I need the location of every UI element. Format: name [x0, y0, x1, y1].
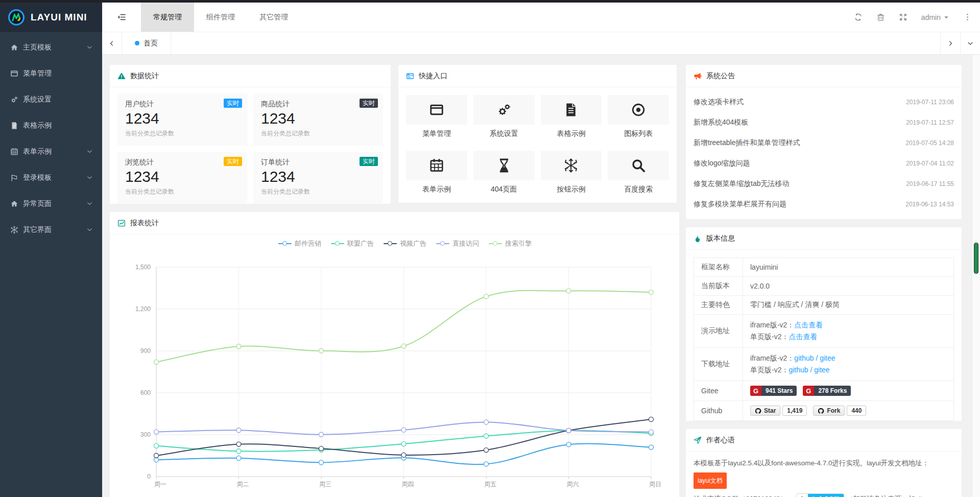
top-nav-tab-2[interactable]: 组件管理	[194, 3, 247, 32]
github-star-button[interactable]: Star	[750, 406, 780, 416]
panel-announcements-header: 系统公告	[686, 65, 962, 87]
page-scrollbar-track[interactable]	[972, 55, 980, 497]
author-note-line2-suffix: （加群请备注来源：如gitee	[846, 495, 930, 497]
tabs-menu-button[interactable]	[960, 32, 980, 54]
announcement-row-1[interactable]: 修改选项卡样式2019-07-11 23:06	[694, 92, 954, 112]
quick-entry-3[interactable]: 表格示例	[541, 95, 602, 138]
stat-card-1[interactable]: 用户统计1234当前分类总记录数实时	[117, 93, 247, 146]
github-fork-button[interactable]: Fork	[813, 406, 845, 416]
chevron-down-icon	[86, 44, 93, 51]
user-menu[interactable]: admin	[921, 13, 949, 21]
legend-item-4[interactable]: 直接访问	[436, 239, 479, 248]
sidebar-item-label: 表单示例	[23, 147, 86, 156]
github-star-count[interactable]: 1,419	[782, 406, 807, 416]
announcement-row-2[interactable]: 新增系统404模板2019-07-11 12:57	[694, 112, 954, 133]
quick-entry-icon-box	[473, 151, 535, 180]
legend-item-1[interactable]: 邮件营销	[278, 239, 321, 248]
stat-card-2[interactable]: 商品统计1234当前分类总记录数实时	[253, 93, 383, 146]
sidebar-item-2[interactable]: 菜单管理	[0, 60, 102, 86]
join-qq-group-button[interactable]: 加入QQ群	[796, 493, 845, 497]
app-logo[interactable]: LAYUI MINI	[0, 0, 102, 32]
legend-item-5[interactable]: 搜索引擎	[489, 239, 532, 248]
version-link[interactable]: 点击查看	[788, 333, 817, 341]
stat-card-label: 商品统计	[261, 100, 375, 109]
version-link[interactable]: gitee	[814, 366, 829, 374]
paper-plane-icon	[694, 436, 702, 444]
quick-entry-7[interactable]: 按钮示例	[541, 151, 602, 194]
quick-entry-5[interactable]: 表单示例	[406, 151, 467, 194]
quick-entry-1[interactable]: 菜单管理	[406, 95, 467, 138]
clear-cache-trash-icon[interactable]	[876, 13, 885, 21]
announcement-list: 修改选项卡样式2019-07-11 23:06新增系统404模板2019-07-…	[686, 87, 962, 219]
legend-marker	[436, 241, 449, 247]
gitee-shield-badge[interactable]: G278 Forks	[803, 386, 851, 396]
quick-entry-8[interactable]: 百度搜索	[608, 151, 669, 194]
legend-marker	[331, 241, 344, 247]
sidebar-item-6[interactable]: 登录模板	[0, 164, 102, 191]
version-link[interactable]: github	[788, 366, 808, 374]
sidebar-item-4[interactable]: 表格示例	[0, 112, 102, 138]
quick-entry-label: 404页面	[473, 185, 535, 194]
octocat-icon	[755, 408, 761, 414]
realtime-badge: 实时	[360, 99, 378, 108]
gitee-shield-badge[interactable]: G941 Stars	[750, 386, 797, 396]
panel-announcements: 系统公告 修改选项卡样式2019-07-11 23:06新增系统404模板201…	[686, 65, 962, 219]
svg-text:周三: 周三	[319, 481, 331, 488]
chart-line-icon	[117, 219, 126, 227]
version-link[interactable]: 点击查看	[794, 321, 823, 329]
chart-legend: 邮件营销联盟广告视频广告直接访问搜索引擎	[278, 239, 532, 248]
tabbar-spacer	[171, 32, 940, 54]
announcement-row-3[interactable]: 新增treetable插件和菜单管理样式2019-07-05 14:28	[694, 133, 954, 153]
tabs-scroll-left-button[interactable]	[102, 32, 122, 54]
version-row-label: 下载地址	[694, 348, 743, 381]
window-icon	[10, 69, 18, 78]
sidebar-item-1[interactable]: 主页模板	[0, 34, 102, 60]
stat-card-label: 订单统计	[261, 158, 375, 167]
sidebar-item-8[interactable]: 其它界面	[0, 217, 102, 243]
version-row-value: Star1,419Fork440	[743, 401, 954, 421]
tab-home[interactable]: 首页	[122, 32, 171, 54]
stat-card-4[interactable]: 订单统计1234当前分类总记录数实时	[253, 152, 383, 204]
quick-entry-4[interactable]: 图标列表	[608, 95, 669, 138]
version-row-1: 框架名称layuimini	[694, 258, 954, 277]
version-link[interactable]: gitee	[820, 354, 835, 362]
top-nav-tab-3[interactable]: 其它管理	[247, 3, 300, 32]
quick-entry-2[interactable]: 系统设置	[473, 95, 535, 138]
stat-card-3[interactable]: 浏览统计1234当前分类总记录数实时	[117, 152, 247, 204]
stat-card-value: 1234	[261, 109, 375, 128]
quick-entry-icon-box	[608, 95, 669, 125]
announcement-row-6[interactable]: 修复多模块菜单栏展开有问题2019-06-13 14:53	[694, 194, 954, 215]
announcement-row-5[interactable]: 修复左侧菜单缩放tab无法移动2019-06-17 11:55	[694, 174, 954, 194]
collapse-sidebar-button[interactable]	[102, 3, 141, 32]
version-link[interactable]: github	[794, 354, 814, 362]
svg-text:周一: 周一	[154, 481, 166, 488]
tabs-scroll-right-button[interactable]	[940, 32, 960, 54]
legend-label: 邮件营销	[295, 239, 321, 248]
top-row: 数据统计 用户统计1234当前分类总记录数实时商品统计1234当前分类总记录数实…	[110, 65, 679, 204]
github-fork-count[interactable]: 440	[847, 406, 866, 416]
layui-doc-badge[interactable]: layui文档	[694, 472, 727, 489]
report-chart: 邮件营销联盟广告视频广告直接访问搜索引擎 03006009001,2001,50…	[110, 234, 679, 497]
dot-circle-icon	[631, 102, 646, 117]
legend-item-2[interactable]: 联盟广告	[331, 239, 374, 248]
panel-version-info-header: 版本信息	[686, 227, 962, 250]
sidebar-item-5[interactable]: 表单示例	[0, 138, 102, 164]
version-row-label: 演示地址	[694, 315, 743, 348]
quick-entry-label: 表格示例	[541, 129, 602, 138]
sidebar-item-7[interactable]: 异常页面	[0, 191, 102, 217]
realtime-badge: 实时	[360, 157, 378, 166]
legend-item-3[interactable]: 视频广告	[384, 239, 426, 248]
page-scrollbar-thumb[interactable]	[974, 243, 978, 274]
panel-quick-entry-title: 快捷入口	[419, 72, 447, 81]
sidebar-item-3[interactable]: 系统设置	[0, 86, 102, 112]
legend-marker	[489, 241, 502, 247]
fullscreen-icon[interactable]	[899, 13, 907, 21]
announcement-time: 2019-07-11 12:57	[906, 119, 954, 126]
announcement-row-4[interactable]: 修改logo缩放问题2019-07-04 11:02	[694, 153, 954, 174]
refresh-icon[interactable]	[854, 13, 863, 21]
quick-entry-icon-box	[541, 151, 602, 180]
top-nav-tab-1[interactable]: 常规管理	[141, 3, 194, 32]
version-row-label: 当前版本	[694, 277, 743, 296]
quick-entry-6[interactable]: 404页面	[473, 151, 535, 194]
more-vertical-icon[interactable]	[963, 13, 972, 21]
